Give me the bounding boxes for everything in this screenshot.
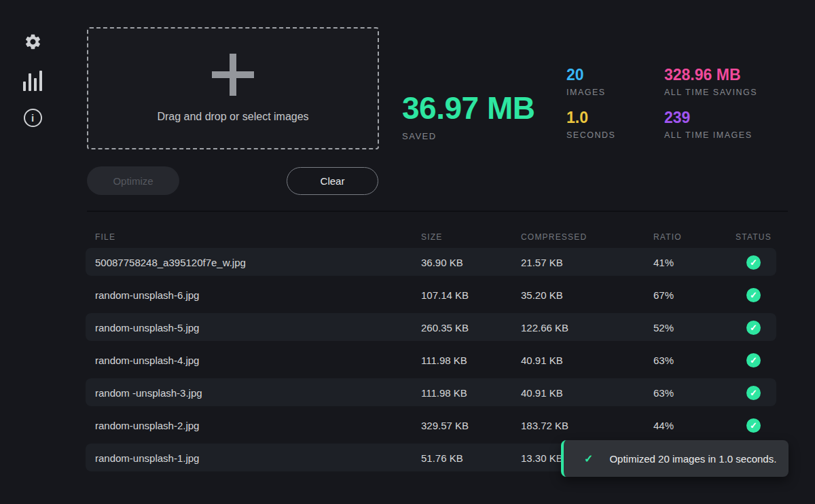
table-row: 50087758248_a395120f7e_w.jpg 36.90 KB 21… (86, 246, 776, 278)
cell-size: 111.98 KB (421, 387, 521, 399)
header-size: SIZE (421, 232, 521, 242)
cell-size: 51.76 KB (421, 452, 521, 464)
check-icon: ✓ (584, 452, 593, 465)
dropzone-label: Drag and drop or select images (157, 111, 308, 123)
header-compressed: COMPRESSED (521, 232, 653, 242)
toast-message: Optimized 20 images in 1.0 seconds. (609, 453, 776, 465)
cell-ratio: 63% (653, 355, 731, 366)
info-icon: i (24, 109, 42, 127)
cell-file: random-unsplash-4.jpg (95, 355, 421, 366)
about-button[interactable]: i (22, 106, 43, 129)
saved-label: SAVED (402, 131, 535, 141)
header-file: FILE (95, 232, 421, 242)
images-count-label: IMAGES (566, 88, 615, 97)
cell-size: 329.57 KB (421, 420, 521, 431)
bar-chart-icon (23, 69, 42, 91)
sidebar: i (0, 0, 65, 504)
cell-ratio: 63% (653, 387, 731, 399)
results-table: FILE SIZE COMPRESSED RATIO STATUS 500877… (86, 228, 776, 474)
plus-icon (212, 54, 254, 96)
section-divider (87, 211, 788, 212)
cell-ratio: 41% (653, 257, 731, 268)
stats-button[interactable] (22, 69, 43, 92)
dropzone[interactable]: Drag and drop or select images (87, 27, 379, 149)
settings-button[interactable] (22, 31, 43, 54)
table-row: random-unsplash-5.jpg 260.35 KB 122.66 K… (86, 311, 776, 344)
all-time-images-label: ALL TIME IMAGES (664, 130, 757, 140)
check-circle-icon: ✓ (746, 353, 761, 367)
check-circle-icon: ✓ (746, 288, 761, 302)
cell-compressed: 122.66 KB (521, 322, 653, 334)
cell-size: 107.14 KB (421, 289, 521, 301)
cell-size: 36.90 KB (421, 257, 521, 268)
all-time-stats: 328.96 MB ALL TIME SAVINGS 239 ALL TIME … (664, 65, 757, 151)
cell-file: random -unsplash-3.jpg (95, 387, 421, 399)
table-row: random-unsplash-2.jpg 329.57 KB 183.72 K… (86, 409, 776, 442)
cell-size: 260.35 KB (421, 322, 521, 334)
header-ratio: RATIO (653, 232, 731, 242)
cell-file: 50087758248_a395120f7e_w.jpg (95, 257, 421, 268)
check-circle-icon: ✓ (746, 386, 761, 400)
saved-value: 36.97 MB (402, 91, 535, 126)
cell-ratio: 67% (653, 289, 731, 301)
check-circle-icon: ✓ (746, 321, 761, 335)
cell-file: random-unsplash-5.jpg (95, 322, 421, 334)
session-stats: 20 IMAGES 1.0 SECONDS (566, 65, 615, 151)
cell-compressed: 40.91 KB (521, 387, 653, 399)
saved-stat: 36.97 MB SAVED (402, 91, 535, 141)
images-count-value: 20 (566, 65, 615, 86)
toast-notification[interactable]: ✓ Optimized 20 images in 1.0 seconds. (561, 440, 789, 477)
seconds-label: SECONDS (566, 130, 615, 140)
all-time-images-value: 239 (664, 108, 757, 128)
check-circle-icon: ✓ (746, 418, 761, 433)
cell-size: 111.98 KB (421, 355, 521, 366)
all-time-savings-value: 328.96 MB (664, 65, 757, 86)
cell-compressed: 21.57 KB (521, 257, 653, 268)
cell-compressed: 40.91 KB (521, 355, 653, 366)
gear-icon (24, 33, 42, 54)
optimize-button[interactable]: Optimize (87, 166, 179, 195)
cell-file: random-unsplash-2.jpg (95, 420, 421, 431)
header-status: STATUS (731, 232, 776, 242)
table-row: random-unsplash-4.jpg 111.98 KB 40.91 KB… (86, 344, 776, 376)
cell-compressed: 183.72 KB (521, 420, 653, 431)
cell-ratio: 52% (653, 322, 731, 334)
clear-button[interactable]: Clear (287, 167, 378, 195)
seconds-value: 1.0 (566, 108, 615, 128)
table-row: random -unsplash-3.jpg 111.98 KB 40.91 K… (86, 376, 776, 409)
table-row: random-unsplash-6.jpg 107.14 KB 35.20 KB… (86, 278, 776, 311)
table-header: FILE SIZE COMPRESSED RATIO STATUS (86, 228, 776, 246)
check-circle-icon: ✓ (746, 255, 761, 270)
cell-file: random-unsplash-1.jpg (95, 452, 421, 464)
cell-compressed: 35.20 KB (521, 289, 653, 301)
cell-ratio: 44% (653, 420, 731, 431)
cell-file: random-unsplash-6.jpg (95, 289, 421, 301)
all-time-savings-label: ALL TIME SAVINGS (664, 88, 757, 97)
